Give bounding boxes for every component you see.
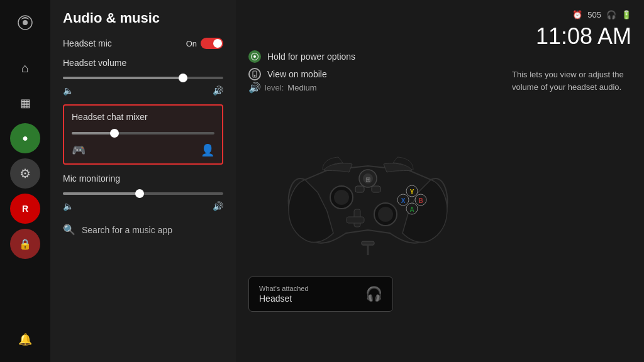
panel-title: Audio & music — [63, 10, 223, 26]
controller-graphic: ⊞ Y B X A — [274, 123, 462, 264]
mic-max-icon: 🔊 — [213, 201, 223, 211]
svg-rect-14 — [347, 217, 364, 223]
svg-text:A: A — [409, 206, 414, 213]
headset-icon: 🎧 — [365, 286, 382, 302]
volume-min-icon: 🔈 — [63, 85, 74, 96]
sidebar-item-notifications[interactable]: 🔔 — [10, 324, 40, 354]
volume-level-row: 🔊 level: Medium — [248, 82, 317, 94]
svg-text:Y: Y — [410, 189, 414, 195]
status-coins: 505 — [587, 10, 601, 19]
svg-rect-23 — [355, 186, 364, 192]
svg-point-5 — [254, 75, 255, 77]
svg-rect-25 — [362, 241, 374, 245]
slider-fill — [63, 77, 183, 79]
sidebar-item-xbox[interactable] — [10, 8, 40, 38]
mic-slider-fill — [63, 192, 140, 195]
sidebar-item-lock[interactable]: 🔒 — [10, 229, 40, 259]
headset-volume-slider[interactable] — [63, 72, 223, 84]
settings-panel: Audio & music Headset mic On Headset vol… — [50, 0, 236, 362]
person-icon: 👤 — [201, 143, 214, 157]
headset-volume-label: Headset volume — [63, 58, 126, 68]
svg-point-1 — [23, 20, 28, 25]
headset-chat-mixer-row: Headset chat mixer 🎮 👤 — [63, 104, 223, 165]
volume-level-icon: 🔊 — [248, 82, 261, 94]
svg-rect-24 — [372, 186, 380, 192]
volume-max-icon: 🔊 — [213, 85, 223, 96]
svg-point-12 — [378, 207, 393, 222]
slider-thumb[interactable] — [179, 74, 187, 82]
toggle-switch[interactable] — [201, 38, 223, 49]
sidebar: ⌂ ▦ ● ⚙ R 🔒 🔔 — [0, 0, 50, 362]
sidebar-item-home[interactable]: ⌂ — [10, 53, 40, 83]
whats-attached-text: What's attached Headset — [259, 285, 309, 304]
view-mobile-label: View on mobile — [267, 69, 327, 79]
sidebar-item-active[interactable]: ● — [10, 123, 40, 153]
gamepad-icon: 🎮 — [72, 143, 86, 157]
volume-slider-icons: 🔈 🔊 — [63, 85, 223, 96]
chat-mixer-slider[interactable] — [72, 127, 214, 140]
right-info-panel: ⏰ 505 🎧 🔋 11:08 AM This lets you view or… — [499, 0, 644, 362]
svg-text:B: B — [418, 197, 423, 204]
view-mobile-option[interactable]: View on mobile — [248, 68, 355, 80]
mic-slider-icons: 🔈 🔊 — [63, 201, 223, 211]
status-bar: ⏰ 505 🎧 🔋 — [512, 10, 631, 19]
slider-track — [63, 77, 223, 79]
mic-monitoring-slider[interactable] — [63, 187, 223, 200]
search-music-row[interactable]: 🔍 Search for a music app — [63, 224, 223, 236]
mic-slider-track — [63, 192, 223, 195]
hold-power-option[interactable]: Hold for power options — [248, 50, 355, 63]
sidebar-item-library[interactable]: ▦ — [10, 88, 40, 118]
mic-min-icon: 🔈 — [63, 201, 74, 211]
svg-point-10 — [334, 190, 349, 205]
search-icon: 🔍 — [63, 224, 75, 236]
whats-attached-subtitle: Headset — [259, 293, 309, 304]
description-text: This lets you view or adjust the volume … — [512, 69, 631, 93]
headset-volume-row: Headset volume 🔈 🔊 — [63, 58, 223, 96]
chat-slider-fill — [72, 132, 114, 134]
volume-level-value: Medium — [287, 83, 316, 92]
headset-mic-label: Headset mic — [63, 38, 112, 48]
mic-monitoring-row: Mic monitoring 🔈 🔊 — [63, 173, 223, 211]
sidebar-item-roblox[interactable]: R — [10, 194, 40, 224]
whats-attached-title: What's attached — [259, 285, 309, 292]
headset-mic-row: Headset mic On — [63, 38, 223, 49]
xbox-logo-icon — [248, 50, 261, 63]
chat-slider-thumb[interactable] — [110, 129, 119, 138]
volume-level-prefix: level: — [265, 83, 284, 92]
mic-monitoring-label: Mic monitoring — [63, 173, 120, 184]
sidebar-item-settings[interactable]: ⚙ — [10, 158, 40, 189]
svg-point-3 — [253, 55, 256, 58]
mobile-icon — [248, 68, 261, 80]
controller-area: Hold for power options View on mobile 🔊 … — [236, 0, 500, 362]
headset-status-icon: 🎧 — [606, 10, 616, 19]
mic-slider-thumb[interactable] — [135, 189, 144, 198]
svg-text:X: X — [401, 197, 406, 204]
whats-attached-card[interactable]: What's attached Headset 🎧 — [248, 277, 393, 312]
headset-mic-toggle[interactable]: On — [186, 38, 223, 49]
clock-icon: ⏰ — [572, 10, 582, 19]
chat-mixer-icons: 🎮 👤 — [72, 143, 214, 157]
chat-slider-track — [72, 132, 214, 134]
battery-status-icon: 🔋 — [621, 10, 631, 19]
hold-power-label: Hold for power options — [267, 52, 355, 62]
search-music-label: Search for a music app — [82, 225, 172, 235]
chat-mixer-label: Headset chat mixer — [72, 112, 214, 122]
time-display: 11:08 AM — [512, 23, 631, 50]
xbox-options: Hold for power options View on mobile — [248, 50, 355, 80]
svg-text:⊞: ⊞ — [365, 176, 370, 183]
